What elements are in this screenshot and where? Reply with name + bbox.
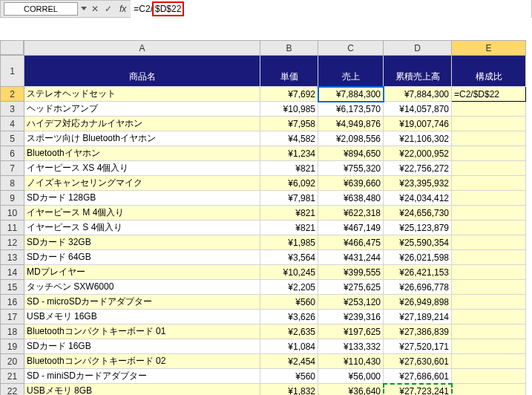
cell-ratio[interactable] — [452, 206, 526, 221]
cell-cum[interactable]: ¥7,884,300 — [384, 87, 452, 102]
cell-price[interactable]: ¥7,958 — [260, 117, 318, 131]
enter-icon[interactable]: ✓ — [102, 4, 115, 14]
col-header-e[interactable]: E — [452, 41, 526, 56]
cell-name[interactable]: ヘッドホンアンプ — [24, 102, 260, 117]
cell-ratio[interactable] — [452, 280, 526, 295]
cell-name[interactable]: SDカード 16GB — [24, 339, 260, 354]
cell-ratio[interactable] — [452, 354, 526, 369]
name-box[interactable]: CORREL — [4, 2, 78, 16]
row-header[interactable]: 9 — [1, 191, 24, 206]
cell-sales[interactable]: ¥622,318 — [318, 206, 384, 221]
row-header[interactable]: 3 — [1, 102, 24, 117]
cell-cum[interactable]: ¥14,057,870 — [384, 102, 452, 117]
cell-sales[interactable]: ¥36,640 — [318, 384, 384, 396]
cell-cum[interactable]: ¥27,386,839 — [384, 324, 452, 339]
cell-price[interactable]: ¥2,635 — [260, 324, 318, 339]
cell-price[interactable]: ¥3,626 — [260, 310, 318, 324]
cell-ratio[interactable] — [452, 161, 526, 176]
cell-ratio[interactable] — [452, 324, 526, 339]
header-sales[interactable]: 売上 — [318, 56, 384, 87]
dropdown-icon[interactable] — [81, 7, 88, 11]
cell-name[interactable]: Bluetoothコンパクトキーボード 02 — [24, 354, 260, 369]
col-header-a[interactable]: A — [24, 41, 260, 56]
spreadsheet-grid[interactable]: A B C D E 1 商品名 単価 売上 累積売上高 構成比 2ステレオヘッド… — [0, 40, 526, 395]
cell-name[interactable]: ノイズキャンセリングマイク — [24, 176, 260, 191]
cell-cum[interactable]: ¥24,656,730 — [384, 206, 452, 221]
cell-price[interactable]: ¥10,985 — [260, 102, 318, 117]
cell-price[interactable]: ¥1,832 — [260, 384, 318, 396]
cell-cum[interactable]: ¥22,000,952 — [384, 146, 452, 161]
cell-price[interactable]: ¥560 — [260, 295, 318, 310]
row-header[interactable]: 20 — [1, 354, 24, 369]
row-header[interactable]: 1 — [1, 56, 24, 87]
cell-price[interactable]: ¥821 — [260, 206, 318, 221]
cell-ratio[interactable] — [452, 265, 526, 280]
cell-price[interactable]: ¥7,981 — [260, 191, 318, 206]
cell-sales[interactable]: ¥638,480 — [318, 191, 384, 206]
cell-sales[interactable]: ¥4,949,876 — [318, 117, 384, 131]
row-header[interactable]: 17 — [1, 310, 24, 324]
cell-ratio[interactable] — [452, 131, 526, 146]
cancel-icon[interactable]: ✕ — [88, 4, 102, 14]
cell-price[interactable]: ¥560 — [260, 369, 318, 384]
cell-sales[interactable]: ¥399,555 — [318, 265, 384, 280]
cell-cum[interactable]: ¥23,395,932 — [384, 176, 452, 191]
cell-ratio[interactable] — [452, 384, 526, 396]
cell-name[interactable]: SDカード 64GB — [24, 250, 260, 265]
cell-price[interactable]: ¥821 — [260, 161, 318, 176]
cell-sales[interactable]: ¥466,475 — [318, 235, 384, 250]
cell-ratio[interactable] — [452, 310, 526, 324]
row-header[interactable]: 7 — [1, 161, 24, 176]
cell-name[interactable]: Bluetoothイヤホン — [24, 146, 260, 161]
cell-ratio[interactable]: =C2/$D$22 — [452, 87, 526, 102]
cell-cum[interactable]: ¥27,189,214 — [384, 310, 452, 324]
cell-cum[interactable]: ¥25,590,354 — [384, 235, 452, 250]
cell-cum[interactable]: ¥26,696,778 — [384, 280, 452, 295]
cell-name[interactable]: イヤーピース XS 4個入り — [24, 161, 260, 176]
fx-label[interactable]: fx — [115, 4, 131, 14]
row-header[interactable]: 16 — [1, 295, 24, 310]
row-header[interactable]: 11 — [1, 221, 24, 235]
cell-price[interactable]: ¥1,084 — [260, 339, 318, 354]
cell-name[interactable]: SD - microSDカードアダプター — [24, 295, 260, 310]
cell-ratio[interactable] — [452, 295, 526, 310]
row-header[interactable]: 2 — [1, 87, 24, 102]
cell-cum[interactable]: ¥26,021,598 — [384, 250, 452, 265]
cell-price[interactable]: ¥2,454 — [260, 354, 318, 369]
cell-cum[interactable]: ¥27,630,601 — [384, 354, 452, 369]
row-header[interactable]: 19 — [1, 339, 24, 354]
cell-sales[interactable]: ¥253,120 — [318, 295, 384, 310]
cell-name[interactable]: SDカード 128GB — [24, 191, 260, 206]
cell-sales[interactable]: ¥56,000 — [318, 369, 384, 384]
cell-name[interactable]: ハイデフ対応カナルイヤホン — [24, 117, 260, 131]
cell-cum[interactable]: ¥24,034,412 — [384, 191, 452, 206]
cell-sales[interactable]: ¥7,884,300 — [318, 87, 384, 102]
cell-name[interactable]: SDカード 32GB — [24, 235, 260, 250]
col-header-b[interactable]: B — [260, 41, 318, 56]
cell-ratio[interactable] — [452, 221, 526, 235]
cell-name[interactable]: MDプレイヤー — [24, 265, 260, 280]
cell-ratio[interactable] — [452, 176, 526, 191]
row-header[interactable]: 13 — [1, 250, 24, 265]
col-header-c[interactable]: C — [318, 41, 384, 56]
cell-sales[interactable]: ¥239,316 — [318, 310, 384, 324]
cell-name[interactable]: SD - miniSDカードアダプター — [24, 369, 260, 384]
row-header[interactable]: 5 — [1, 131, 24, 146]
cell-sales[interactable]: ¥755,320 — [318, 161, 384, 176]
cell-name[interactable]: イヤーピース S 4個入り — [24, 221, 260, 235]
cell-price[interactable]: ¥2,205 — [260, 280, 318, 295]
cell-name[interactable]: Bluetoothコンパクトキーボード 01 — [24, 324, 260, 339]
cell-ratio[interactable] — [452, 235, 526, 250]
cell-cum[interactable]: ¥26,421,153 — [384, 265, 452, 280]
cell-cum[interactable]: ¥19,007,746 — [384, 117, 452, 131]
cell-sales[interactable]: ¥110,430 — [318, 354, 384, 369]
row-header[interactable]: 12 — [1, 235, 24, 250]
cell-sales[interactable]: ¥431,244 — [318, 250, 384, 265]
row-header[interactable]: 18 — [1, 324, 24, 339]
row-header[interactable]: 6 — [1, 146, 24, 161]
cell-sales[interactable]: ¥639,660 — [318, 176, 384, 191]
row-header[interactable]: 8 — [1, 176, 24, 191]
cell-price[interactable]: ¥10,245 — [260, 265, 318, 280]
cell-price[interactable]: ¥6,092 — [260, 176, 318, 191]
row-header[interactable]: 22 — [1, 384, 24, 396]
